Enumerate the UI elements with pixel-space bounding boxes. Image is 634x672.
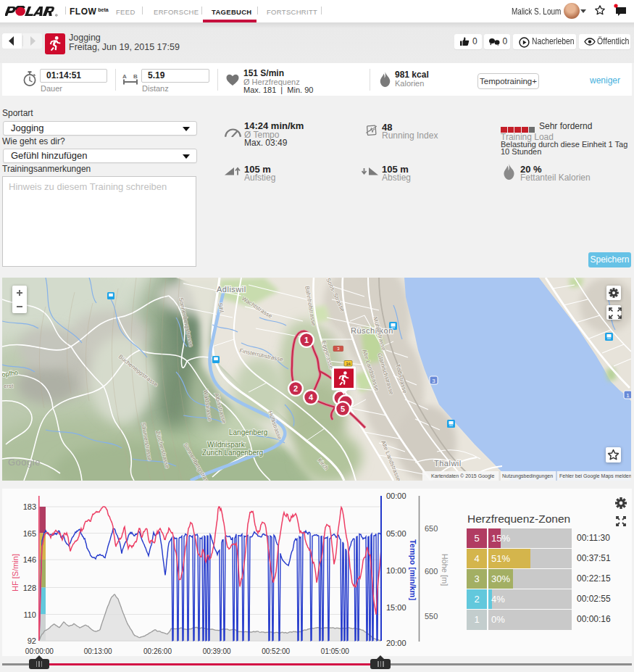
svg-text:92: 92 bbox=[28, 636, 36, 645]
svg-text:Google: Google bbox=[8, 457, 41, 468]
svg-text:HF [S/min]: HF [S/min] bbox=[11, 554, 20, 592]
svg-text:Langenberg: Langenberg bbox=[229, 428, 267, 436]
svg-text:110: 110 bbox=[23, 610, 36, 619]
svg-text:165: 165 bbox=[23, 529, 36, 538]
svg-text:Höhe [m]: Höhe [m] bbox=[441, 554, 449, 586]
svg-text:1: 1 bbox=[304, 336, 309, 344]
svg-text:Fehler bei Google Maps melden: Fehler bei Google Maps melden bbox=[559, 473, 631, 479]
svg-text:183: 183 bbox=[23, 502, 36, 511]
svg-text:00:00:00: 00:00:00 bbox=[25, 647, 54, 655]
svg-text:146: 146 bbox=[23, 555, 36, 564]
svg-text:Zürich Langenberg: Zürich Langenberg bbox=[202, 449, 263, 457]
svg-text:5: 5 bbox=[341, 405, 345, 413]
svg-text:550: 550 bbox=[425, 612, 438, 621]
svg-text:Wildnispark: Wildnispark bbox=[207, 441, 246, 449]
svg-text:128: 128 bbox=[23, 584, 36, 592]
svg-text:erst: erst bbox=[4, 383, 14, 389]
svg-text:05:00: 05:00 bbox=[386, 529, 406, 538]
svg-text:10:00: 10:00 bbox=[386, 566, 406, 575]
svg-text:Adliswil: Adliswil bbox=[217, 285, 246, 294]
svg-text:Nutzungsbedingungen: Nutzungsbedingungen bbox=[502, 473, 553, 479]
svg-text:B: B bbox=[133, 73, 138, 80]
svg-text:Thalwil: Thalwil bbox=[434, 459, 462, 468]
svg-text:Rüschlikon: Rüschlikon bbox=[351, 326, 393, 335]
svg-text:00:26:00: 00:26:00 bbox=[143, 647, 172, 655]
svg-text:A: A bbox=[122, 73, 127, 80]
svg-text:01:05:00: 01:05:00 bbox=[321, 647, 349, 655]
svg-text:4: 4 bbox=[309, 393, 314, 402]
svg-text:3: 3 bbox=[432, 378, 435, 384]
svg-text:1: 1 bbox=[626, 392, 630, 399]
svg-text:Kartendaten © 2015 Google: Kartendaten © 2015 Google bbox=[431, 473, 494, 479]
svg-text:20:00: 20:00 bbox=[386, 639, 406, 647]
svg-text:600: 600 bbox=[425, 567, 438, 576]
svg-text:2: 2 bbox=[293, 384, 298, 393]
svg-text:650: 650 bbox=[425, 524, 438, 533]
svg-text:34: 34 bbox=[346, 362, 351, 366]
svg-text:00:13:00: 00:13:00 bbox=[84, 647, 112, 655]
svg-text:Tempo [min/km]: Tempo [min/km] bbox=[409, 539, 417, 600]
svg-text:00:00: 00:00 bbox=[386, 491, 406, 500]
svg-text:15:00: 15:00 bbox=[386, 603, 406, 612]
svg-text:00:39:00: 00:39:00 bbox=[203, 647, 231, 655]
svg-text:00:52:00: 00:52:00 bbox=[262, 647, 290, 655]
